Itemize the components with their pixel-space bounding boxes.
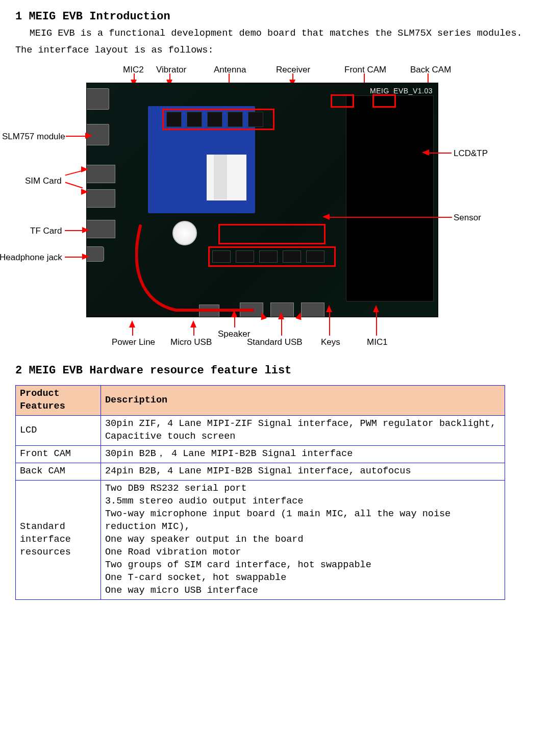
label-antenna: Antenna [214,64,246,76]
cell-desc: 30pin B2B， 4 Lane MIPI-B2B Signal interf… [101,446,505,463]
back-cam-conn [372,94,396,108]
arrow-right-icon [82,227,89,233]
label-sim: SIM Card [25,175,62,187]
feature-table: Product Features Description LCD 30pin Z… [15,385,505,600]
label-slm757: SLM757 module [2,131,65,143]
label-micro-usb: Micro USB [170,337,212,348]
intro-line-2: The interface layout is as follows: [15,44,535,57]
micro-usb [199,305,219,317]
coin-cell [172,221,197,245]
arrow-stem [65,230,83,231]
arrow-stem [65,257,83,258]
arrow-stem [65,182,83,188]
intro-line-1: MEIG EVB is a functional development dem… [15,28,535,40]
arrow-stem [281,318,282,336]
key [283,250,301,263]
label-speaker: Speaker [218,329,250,340]
arrow-stem [428,153,452,154]
table-header-row: Product Features Description [16,386,505,416]
section-2-heading: 2 MEIG EVB Hardware resource feature lis… [15,363,535,379]
label-mic1: MIC1 [367,337,388,348]
arrow-right-icon [81,189,88,195]
sim-slot-2 [86,189,115,208]
rf [166,112,182,127]
top-labels: MIC2 Vibrator Antenna Receiver Front CAM… [56,61,494,83]
arrow-stem [66,136,86,137]
key [236,250,254,263]
tf-slot [86,220,115,238]
key [306,250,324,263]
sim-slot-1 [86,165,115,183]
label-standard-usb: Standard USB [247,337,303,348]
label-keys: Keys [321,337,340,348]
cell-desc: 24pin B2B, 4 Lane MIPI-B2B Signal interf… [101,463,505,481]
rf [248,112,263,127]
cell-desc: 30pin ZIF, 4 Lane MIPI-ZIF Signal interf… [101,416,505,446]
table-row: Standard interface resources Two DB9 RS2… [16,481,505,600]
key [259,250,278,263]
cell-feature: Standard interface resources [16,481,101,600]
arrow-stem [376,311,377,336]
label-power-line: Power Line [112,337,155,348]
key [212,250,231,263]
cell-feature: Front CAM [16,446,101,463]
label-vibrator: Vibrator [156,64,186,76]
module-label [214,155,227,199]
arrow-left-icon [322,214,330,220]
arrow-stem [132,326,133,336]
label-front-cam: Front CAM [344,64,386,76]
arrow-left-icon [422,149,429,156]
arrow-stem [329,311,330,336]
front-cam-conn [331,94,354,108]
arrow-stem [193,326,194,336]
label-tf: TF Card [30,225,62,237]
board-area: MEIG_EVB_V1.03 [56,83,494,327]
usb-a-3 [301,303,324,317]
label-headphone: Headphone jack [0,252,62,264]
table-row: Back CAM 24pin B2B, 4 Lane MIPI-B2B Sign… [16,463,505,481]
rf [228,112,243,127]
label-lcdtp: LCD&TP [454,148,488,160]
cell-feature: LCD [16,416,101,446]
arrow-stem [234,316,235,327]
cell-feature: Back CAM [16,463,101,481]
board-diagram: MIC2 Vibrator Antenna Receiver Front CAM… [56,61,494,349]
arrow-stem [65,170,83,175]
rf [187,112,202,127]
label-sensor: Sensor [454,212,481,224]
arrow-stem [329,217,452,218]
section-1-heading: 1 MEIG EVB Introduction [15,9,535,24]
db9-1 [86,88,109,110]
arrow-right-icon [85,133,92,139]
th-features: Product Features [16,386,101,416]
sensor-highlight [218,224,326,244]
th-description: Description [101,386,505,416]
table-row: Front CAM 30pin B2B， 4 Lane MIPI-B2B Sig… [16,446,505,463]
table-row: LCD 30pin ZIF, 4 Lane MIPI-ZIF Signal in… [16,416,505,446]
label-back-cam: Back CAM [410,64,451,76]
bottom-labels: Power Line Micro USB Speaker Standard US… [56,327,494,349]
arrow-right-icon [81,166,88,172]
rf [207,112,222,127]
arrow-right-icon [82,254,89,260]
cell-desc: Two DB9 RS232 serial port 3.5mm stereo a… [101,481,505,600]
pcb: MEIG_EVB_V1.03 [86,83,438,317]
lcd-panel [346,95,434,301]
